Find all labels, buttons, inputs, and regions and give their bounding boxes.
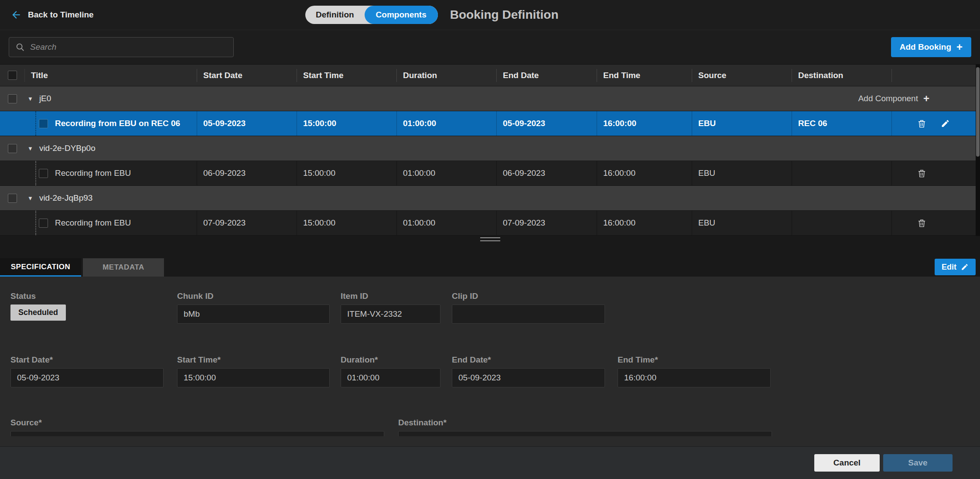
booking-group-row[interactable]: ▼vid-2e-DYBp0o bbox=[0, 136, 980, 161]
source-field: Source* bbox=[10, 418, 384, 436]
group-checkbox[interactable] bbox=[8, 194, 17, 203]
booking-group-row[interactable]: ▼vid-2e-JqBp93 bbox=[0, 186, 980, 211]
start-time-input[interactable] bbox=[177, 368, 330, 387]
cell-source: EBU bbox=[692, 161, 792, 185]
cell-end-date: 06-09-2023 bbox=[497, 161, 597, 185]
status-field: Status Scheduled bbox=[10, 291, 66, 321]
chevron-down-icon[interactable]: ▼ bbox=[27, 145, 33, 152]
clip-id-input[interactable] bbox=[452, 305, 605, 324]
booking-title: Recording from EBU bbox=[55, 168, 131, 178]
row-checkbox[interactable] bbox=[39, 219, 48, 228]
group-checkbox[interactable] bbox=[8, 144, 17, 153]
topbar-center: Definition Components Booking Definition bbox=[305, 0, 559, 30]
trash-icon[interactable] bbox=[917, 168, 926, 178]
panel-splitter[interactable] bbox=[0, 236, 980, 258]
cell-destination: REC 06 bbox=[792, 111, 892, 136]
back-to-timeline-button[interactable]: Back to Timeline bbox=[10, 9, 94, 21]
search-box[interactable] bbox=[9, 37, 234, 57]
start-time-field: Start Time* bbox=[177, 355, 330, 387]
topbar: Back to Timeline Definition Components B… bbox=[0, 0, 980, 30]
booking-row[interactable]: Recording from EBU06-09-202315:00:0001:0… bbox=[0, 161, 980, 186]
destination-input[interactable] bbox=[398, 431, 772, 436]
booking-row[interactable]: Recording from EBU on REC 0605-09-202315… bbox=[0, 111, 980, 136]
search-icon bbox=[15, 42, 25, 52]
start-time-label: Start Time* bbox=[177, 355, 330, 365]
specification-form: Status Scheduled Chunk ID Item ID Clip I… bbox=[0, 277, 980, 436]
end-date-input[interactable] bbox=[452, 368, 605, 387]
tab-metadata[interactable]: METADATA bbox=[83, 258, 164, 277]
cell-source: EBU bbox=[692, 111, 792, 136]
cell-end-time: 16:00:00 bbox=[597, 211, 692, 235]
pencil-icon bbox=[961, 263, 969, 271]
chunk-id-label: Chunk ID bbox=[177, 291, 330, 301]
edit-row-icon[interactable] bbox=[941, 119, 950, 128]
row-checkbox[interactable] bbox=[39, 169, 48, 178]
cell-end-time: 16:00:00 bbox=[597, 161, 692, 185]
header-checkbox-cell bbox=[0, 69, 25, 82]
group-checkbox-cell bbox=[0, 144, 25, 153]
duration-label: Duration* bbox=[341, 355, 440, 365]
end-time-field: End Time* bbox=[618, 355, 771, 387]
source-input[interactable] bbox=[10, 431, 384, 436]
cell-start-date: 05-09-2023 bbox=[197, 111, 297, 136]
booking-app: Back to Timeline Definition Components B… bbox=[0, 0, 980, 479]
chevron-down-icon[interactable]: ▼ bbox=[27, 195, 33, 202]
cancel-button[interactable]: Cancel bbox=[814, 454, 880, 472]
row-indent-cell bbox=[0, 211, 25, 235]
chevron-down-icon[interactable]: ▼ bbox=[27, 96, 33, 102]
toggle-definition[interactable]: Definition bbox=[305, 10, 365, 20]
booking-title-cell: Recording from EBU bbox=[25, 211, 197, 235]
group-title: jE0 bbox=[39, 94, 51, 103]
column-header-end-time: End Time bbox=[597, 69, 692, 82]
edit-button[interactable]: Edit bbox=[935, 259, 976, 275]
table-scrollbar[interactable] bbox=[976, 65, 980, 236]
column-header-title: Title bbox=[25, 69, 197, 82]
plus-icon: + bbox=[956, 42, 963, 52]
cell-end-date: 05-09-2023 bbox=[497, 111, 597, 136]
detail-tabs: SPECIFICATION METADATA Edit bbox=[0, 258, 980, 277]
booking-group-row[interactable]: ▼jE0Add Component+ bbox=[0, 86, 980, 111]
cell-duration: 01:00:00 bbox=[397, 111, 497, 136]
cell-duration: 01:00:00 bbox=[397, 211, 497, 235]
search-input[interactable] bbox=[30, 42, 227, 52]
tab-specification[interactable]: SPECIFICATION bbox=[0, 258, 81, 277]
row-actions bbox=[892, 161, 980, 185]
column-header-start-date: Start Date bbox=[197, 69, 297, 82]
edit-label: Edit bbox=[942, 263, 956, 272]
item-id-input[interactable] bbox=[341, 305, 440, 324]
trash-icon[interactable] bbox=[917, 119, 926, 128]
footer-bar: Cancel Save bbox=[0, 446, 980, 479]
trash-icon[interactable] bbox=[917, 218, 926, 228]
start-date-input[interactable] bbox=[10, 368, 164, 387]
chunk-id-input[interactable] bbox=[177, 305, 330, 324]
booking-title: Recording from EBU on REC 06 bbox=[55, 119, 180, 128]
cell-end-time: 16:00:00 bbox=[597, 111, 692, 136]
cell-end-date: 07-09-2023 bbox=[497, 211, 597, 235]
column-header-destination: Destination bbox=[792, 69, 892, 82]
column-header-end-date: End Date bbox=[497, 69, 597, 82]
row-checkbox[interactable] bbox=[39, 119, 48, 128]
tree-connector bbox=[35, 211, 36, 235]
save-button[interactable]: Save bbox=[883, 454, 953, 472]
cell-duration: 01:00:00 bbox=[397, 161, 497, 185]
back-label: Back to Timeline bbox=[28, 10, 94, 20]
end-date-field: End Date* bbox=[452, 355, 605, 387]
booking-row[interactable]: Recording from EBU07-09-202315:00:0001:0… bbox=[0, 211, 980, 236]
end-time-input[interactable] bbox=[618, 368, 771, 387]
group-checkbox[interactable] bbox=[8, 94, 17, 103]
toggle-components[interactable]: Components bbox=[365, 6, 438, 24]
end-date-label: End Date* bbox=[452, 355, 605, 365]
scrollbar-thumb[interactable] bbox=[976, 67, 980, 157]
source-label: Source* bbox=[10, 418, 384, 428]
select-all-checkbox[interactable] bbox=[8, 71, 17, 80]
add-component-button[interactable]: Add Component+ bbox=[858, 93, 929, 104]
resize-handle-icon[interactable] bbox=[480, 237, 500, 241]
item-id-label: Item ID bbox=[341, 291, 440, 301]
duration-input[interactable] bbox=[341, 368, 440, 387]
toolbar: Add Booking + bbox=[0, 30, 980, 65]
row-indent-cell bbox=[0, 161, 25, 185]
row-actions bbox=[892, 211, 980, 235]
clip-id-label: Clip ID bbox=[452, 291, 605, 301]
column-header-actions bbox=[892, 69, 980, 82]
add-booking-button[interactable]: Add Booking + bbox=[891, 37, 971, 57]
